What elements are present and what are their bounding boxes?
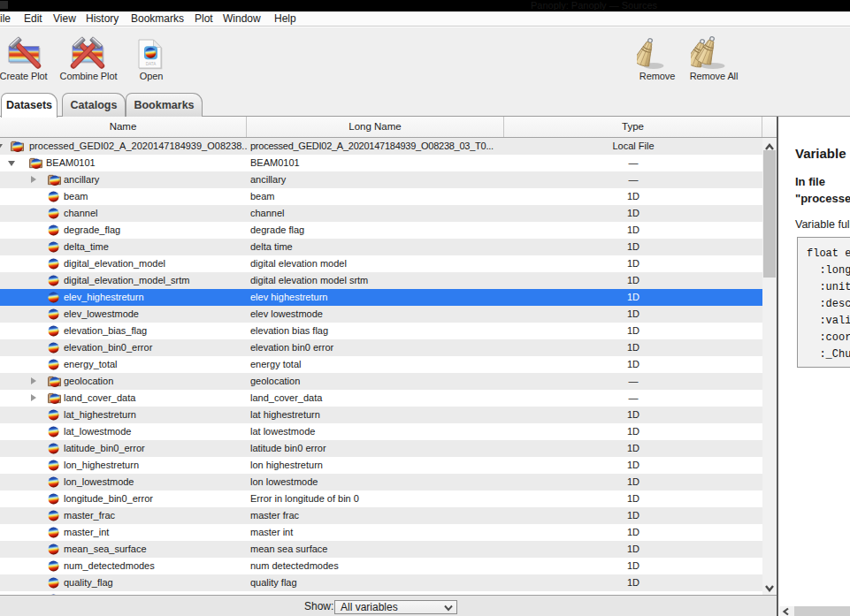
svg-text:DATA: DATA bbox=[146, 62, 156, 66]
